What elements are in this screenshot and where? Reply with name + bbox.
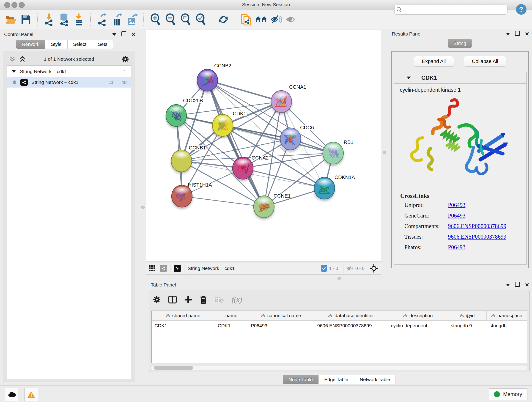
zoom-out-icon[interactable] xyxy=(164,13,177,26)
network-node-HIST1H1A[interactable] xyxy=(171,185,192,209)
close-panel-icon[interactable]: ✕ xyxy=(131,32,136,38)
tab-string[interactable]: String xyxy=(448,39,472,48)
import-table-icon[interactable] xyxy=(72,13,86,26)
crosslink-link[interactable]: 9606.ENSP00000378699 xyxy=(448,223,506,230)
crosslink-link[interactable]: P06493 xyxy=(448,202,465,208)
import-network-icon[interactable] xyxy=(42,13,56,26)
crosslink-link[interactable]: P06493 xyxy=(448,244,465,250)
column-header-@id[interactable]: @id xyxy=(448,311,487,320)
column-header-description[interactable]: description xyxy=(388,311,448,320)
search-input[interactable] xyxy=(404,7,501,13)
table-row[interactable]: CDK1CDK1P064939606.ENSP00000378699cyclin… xyxy=(152,321,527,331)
network-node-CCNE1[interactable] xyxy=(253,196,274,220)
tab-select[interactable]: Select xyxy=(67,40,92,49)
refresh-icon[interactable] xyxy=(217,13,230,26)
hide-selected-icon[interactable] xyxy=(270,13,283,26)
expand-all-button[interactable]: Expand All xyxy=(414,56,454,67)
collapse-all-button[interactable]: Collapse All xyxy=(464,56,506,67)
zoom-fit-icon[interactable] xyxy=(179,13,192,26)
reposition-crosshair-icon[interactable] xyxy=(370,264,378,273)
table-cell[interactable]: 9606.ENSP00000378699 xyxy=(314,321,388,331)
table-cell[interactable]: P06493 xyxy=(248,321,314,331)
network-node-RB1[interactable] xyxy=(323,142,344,166)
float-panel-icon[interactable] xyxy=(515,282,520,288)
birds-eye-view-icon[interactable] xyxy=(174,265,181,272)
panel-menu-icon[interactable] xyxy=(506,284,510,286)
crosslink-link[interactable]: P06493 xyxy=(448,212,465,219)
collection-expand-icon[interactable] xyxy=(12,70,16,73)
zoom-in-icon[interactable] xyxy=(148,13,162,26)
float-panel-icon[interactable] xyxy=(121,32,126,37)
warnings-button[interactable] xyxy=(24,388,38,401)
network-node-CDK1[interactable] xyxy=(212,114,233,138)
crosslink-link[interactable]: 9606.ENSP00000378699 xyxy=(448,234,506,240)
panel-menu-icon[interactable] xyxy=(112,33,116,36)
memory-button[interactable]: Memory xyxy=(489,389,527,400)
help-button[interactable]: ? xyxy=(516,4,526,15)
float-panel-icon[interactable] xyxy=(515,31,520,37)
cloud-status-button[interactable] xyxy=(5,388,19,401)
panel-menu-icon[interactable] xyxy=(506,33,510,35)
collapse-entry-icon[interactable] xyxy=(407,77,411,79)
column-header-canonical-name[interactable]: canonical name xyxy=(248,311,314,320)
network-node-CCNA2[interactable] xyxy=(232,157,253,181)
node-result-header[interactable]: CDK1 xyxy=(394,72,526,84)
network-node-CCNB2[interactable] xyxy=(197,69,218,93)
network-node-CCNB1[interactable] xyxy=(171,150,192,174)
network-edge[interactable] xyxy=(182,196,264,207)
table-cell[interactable]: cyclin-dependent ... xyxy=(388,321,448,331)
table-cell[interactable]: CDK1 xyxy=(215,321,248,331)
network-edge[interactable] xyxy=(243,168,324,188)
tab-network[interactable]: Network xyxy=(16,40,45,49)
show-columns-icon[interactable] xyxy=(168,296,177,303)
table-cell[interactable]: CDK1 xyxy=(152,321,215,331)
table-options-gear-icon[interactable] xyxy=(153,296,161,303)
column-header-namespace[interactable]: namespace xyxy=(487,311,527,320)
tab-sets[interactable]: Sets xyxy=(92,40,113,49)
network-canvas[interactable]: CCNB2CCNA1CDC25BCDK1CDC6RB1CCNB1CCNA2CDK… xyxy=(146,30,381,262)
network-edge[interactable] xyxy=(207,80,264,207)
new-network-from-selection-icon[interactable] xyxy=(240,13,253,26)
column-header-shared-name[interactable]: shared name xyxy=(152,311,215,320)
first-neighbors-icon[interactable] xyxy=(255,13,268,26)
close-panel-icon[interactable]: ✕ xyxy=(525,282,529,288)
export-image-icon[interactable] xyxy=(126,13,139,26)
left-splitter-handle[interactable] xyxy=(141,206,145,209)
tab-node-table[interactable]: Node Table xyxy=(283,375,318,384)
tab-style[interactable]: Style xyxy=(45,40,67,49)
node-table[interactable]: shared namenamecanonical namedatabase id… xyxy=(152,311,527,363)
network-node-CDKN1A[interactable] xyxy=(314,177,335,201)
table-cell[interactable]: stringdb xyxy=(487,321,527,331)
search-box[interactable] xyxy=(394,5,507,15)
network-view-chip-icon[interactable] xyxy=(160,265,167,272)
grid-view-icon[interactable] xyxy=(149,265,156,272)
save-session-icon[interactable] xyxy=(19,13,32,26)
selected-checkbox-icon[interactable] xyxy=(321,265,327,272)
network-options-gear-icon[interactable] xyxy=(122,56,129,63)
zoom-selected-icon[interactable] xyxy=(194,13,207,26)
tab-network-table[interactable]: Network Table xyxy=(354,375,396,384)
tab-edge-table[interactable]: Edge Table xyxy=(318,375,354,384)
scrollbar-thumb[interactable] xyxy=(154,366,193,370)
column-header-database-identifier[interactable]: database identifier xyxy=(314,311,388,320)
import-network-from-database-icon[interactable] xyxy=(57,13,70,26)
network-row[interactable]: String Network – cdk1 11 48 xyxy=(7,77,131,88)
network-edge[interactable] xyxy=(207,80,281,102)
delete-column-trash-icon[interactable] xyxy=(200,295,207,304)
close-panel-icon[interactable]: ✕ xyxy=(525,31,529,37)
network-node-CCNA1[interactable] xyxy=(271,90,292,114)
export-network-icon[interactable] xyxy=(95,13,109,26)
network-collection-row[interactable]: String Network – cdk1 1 xyxy=(7,66,131,77)
open-session-icon[interactable] xyxy=(4,13,17,26)
horizontal-splitter-handle[interactable] xyxy=(337,277,341,280)
delete-table-icon xyxy=(215,296,224,303)
network-node-CDC25B[interactable] xyxy=(166,104,187,128)
table-cell[interactable]: stringdb:9... xyxy=(448,321,487,331)
column-header-name[interactable]: name xyxy=(215,311,248,320)
right-splitter-handle[interactable] xyxy=(383,151,386,154)
create-column-plus-icon[interactable] xyxy=(184,296,192,303)
show-all-icon[interactable] xyxy=(285,13,298,26)
network-node-CDC6[interactable] xyxy=(280,128,301,152)
table-horizontal-scrollbar[interactable] xyxy=(152,366,527,370)
export-table-icon[interactable] xyxy=(110,13,124,26)
